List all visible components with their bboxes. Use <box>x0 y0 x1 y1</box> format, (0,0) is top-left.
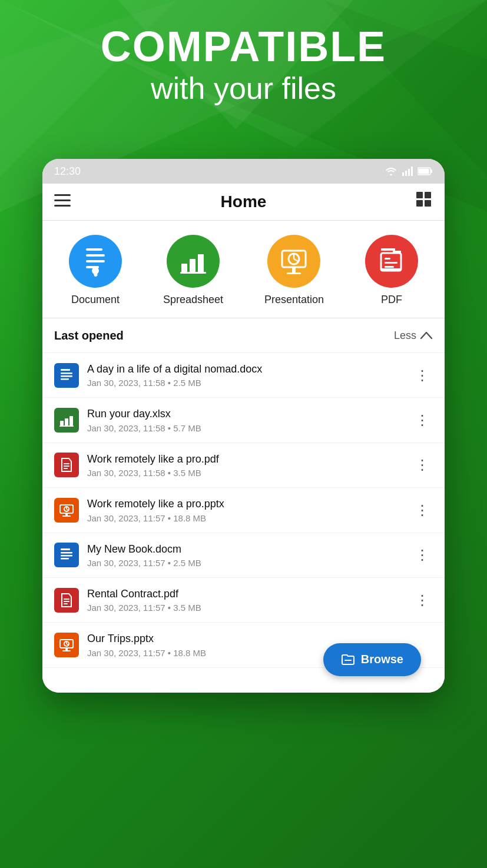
svg-rect-46 <box>65 418 68 425</box>
file-name: Work remotely like a pro.pptx <box>87 497 402 511</box>
pdf-icon-circle <box>365 235 418 288</box>
file-meta: Jan 30, 2023, 11:57 • 3.5 MB <box>87 603 402 613</box>
more-options-button[interactable]: ⋮ <box>410 500 433 521</box>
svg-rect-9 <box>411 167 413 176</box>
svg-rect-37 <box>385 262 397 264</box>
file-type-document[interactable]: Document <box>69 235 122 306</box>
more-options-button[interactable]: ⋮ <box>410 544 433 566</box>
svg-rect-11 <box>430 169 432 173</box>
svg-rect-60 <box>64 598 69 600</box>
svg-rect-59 <box>61 558 69 560</box>
svg-rect-22 <box>86 260 105 262</box>
svg-rect-20 <box>86 248 102 251</box>
svg-rect-45 <box>60 421 64 425</box>
svg-rect-44 <box>61 378 69 380</box>
svg-rect-49 <box>64 463 69 464</box>
svg-rect-8 <box>408 169 410 176</box>
xlsx-file-icon <box>54 408 79 433</box>
svg-rect-13 <box>54 194 71 196</box>
app-title: Home <box>221 192 267 211</box>
svg-rect-51 <box>64 468 68 469</box>
svg-rect-28 <box>198 254 204 272</box>
collapse-button[interactable]: Less <box>394 328 433 343</box>
browse-button[interactable]: Browse <box>323 643 421 676</box>
file-info: Run your day.xlsx Jan 30, 2023, 11:58 • … <box>87 407 402 433</box>
file-item[interactable]: Rental Contract.pdf Jan 30, 2023, 11:57 … <box>42 578 445 623</box>
browse-label: Browse <box>361 653 403 666</box>
svg-rect-48 <box>59 425 74 427</box>
svg-rect-12 <box>419 169 429 174</box>
svg-rect-57 <box>61 552 72 554</box>
file-info: Rental Contract.pdf Jan 30, 2023, 11:57 … <box>87 587 402 613</box>
svg-rect-33 <box>287 272 301 274</box>
app-bar: Home <box>42 184 445 221</box>
doc-file-icon <box>54 543 79 567</box>
presentation-label: Presentation <box>264 294 324 306</box>
file-item[interactable]: Work remotely like a pro.pdf Jan 30, 202… <box>42 443 445 488</box>
file-type-spreadsheet[interactable]: Spreadsheet <box>163 235 223 306</box>
section-title: Last opened <box>54 329 124 342</box>
svg-rect-16 <box>416 192 423 198</box>
file-item[interactable]: Work remotely like a pro.pptx Jan 30, 20… <box>42 488 445 533</box>
file-info: Work remotely like a pro.pptx Jan 30, 20… <box>87 497 402 523</box>
svg-rect-56 <box>61 548 70 550</box>
svg-rect-7 <box>405 171 407 176</box>
battery-icon <box>418 167 433 175</box>
file-name: Rental Contract.pdf <box>87 587 402 601</box>
more-options-button[interactable]: ⋮ <box>410 590 433 611</box>
svg-rect-39 <box>393 251 401 253</box>
file-meta: Jan 30, 2023, 11:57 • 2.5 MB <box>87 558 402 568</box>
svg-rect-47 <box>69 416 73 425</box>
svg-rect-66 <box>62 650 71 651</box>
file-type-presentation[interactable]: Presentation <box>264 235 324 306</box>
svg-rect-17 <box>425 192 431 198</box>
file-name: Work remotely like a pro.pdf <box>87 453 402 466</box>
status-icons <box>385 167 433 176</box>
file-name: My New Book.docm <box>87 543 402 556</box>
svg-rect-42 <box>61 373 72 374</box>
file-types-row: Document Spreadsheet <box>42 221 445 318</box>
svg-rect-41 <box>61 369 70 371</box>
pdf-file-icon <box>54 588 79 613</box>
svg-rect-26 <box>181 264 187 272</box>
file-name: A day in a life of a digital nomad.docx <box>87 363 402 376</box>
header-section: COMPATIBLE with your files <box>0 24 487 107</box>
pptx-file-icon <box>54 633 79 657</box>
grid-view-icon[interactable] <box>416 192 433 212</box>
more-options-button[interactable]: ⋮ <box>410 410 433 431</box>
svg-rect-55 <box>62 516 71 517</box>
spreadsheet-label: Spreadsheet <box>163 294 223 306</box>
collapse-label: Less <box>394 330 416 342</box>
file-info: A day in a life of a digital nomad.docx … <box>87 363 402 388</box>
svg-rect-15 <box>54 205 71 207</box>
file-meta: Jan 30, 2023, 11:57 • 18.8 MB <box>87 513 402 523</box>
file-item[interactable]: My New Book.docm Jan 30, 2023, 11:57 • 2… <box>42 533 445 578</box>
svg-rect-62 <box>64 603 68 604</box>
wifi-icon <box>385 167 397 176</box>
svg-rect-19 <box>425 200 431 207</box>
more-options-button[interactable]: ⋮ <box>410 454 433 475</box>
header-subtitle: with your files <box>0 70 487 107</box>
file-type-pdf[interactable]: PDF <box>365 235 418 306</box>
file-info: My New Book.docm Jan 30, 2023, 11:57 • 2… <box>87 543 402 568</box>
document-label: Document <box>71 294 120 306</box>
file-meta: Jan 30, 2023, 11:58 • 5.7 MB <box>87 423 402 433</box>
svg-rect-67 <box>344 660 352 661</box>
more-options-button[interactable]: ⋮ <box>410 365 433 386</box>
browse-folder-icon <box>341 653 355 667</box>
svg-rect-27 <box>190 259 196 272</box>
file-name: Run your day.xlsx <box>87 407 402 421</box>
phone-frame: 12:30 <box>42 159 445 693</box>
header-title: COMPATIBLE <box>0 24 487 70</box>
svg-rect-14 <box>54 199 71 201</box>
file-item[interactable]: A day in a life of a digital nomad.docx … <box>42 353 445 398</box>
pdf-label: PDF <box>381 294 402 306</box>
status-bar: 12:30 <box>42 159 445 184</box>
svg-rect-43 <box>61 375 72 377</box>
file-list: A day in a life of a digital nomad.docx … <box>42 353 445 668</box>
status-time: 12:30 <box>54 165 81 178</box>
last-opened-header: Last opened Less <box>42 318 445 353</box>
presentation-icon-circle <box>267 235 320 288</box>
menu-icon[interactable] <box>54 193 71 211</box>
file-item[interactable]: Run your day.xlsx Jan 30, 2023, 11:58 • … <box>42 398 445 443</box>
